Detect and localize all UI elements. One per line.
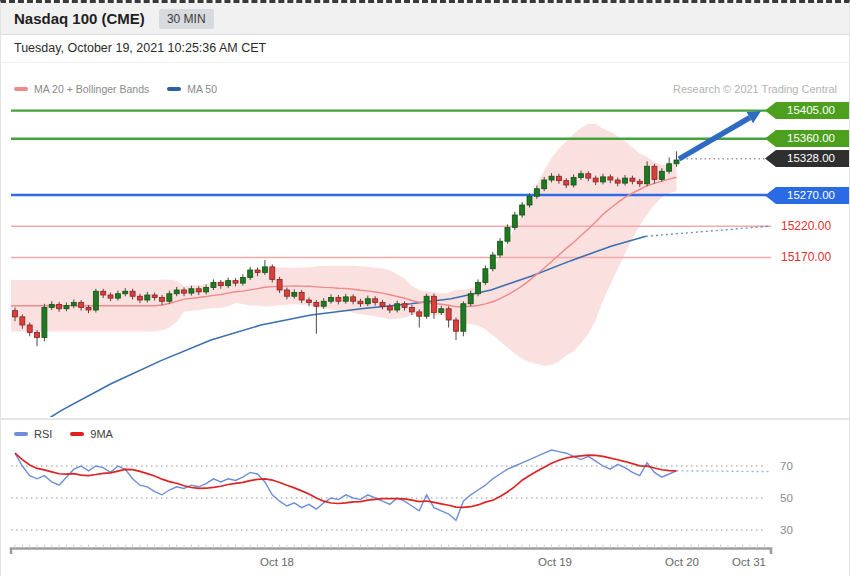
x-axis-date-label: Oct 31 <box>732 556 766 568</box>
ma20-swatch-icon <box>14 87 28 91</box>
x-axis-date-label: Oct 20 <box>665 556 699 568</box>
last-price-tag: 15328.00 <box>765 150 849 167</box>
pivot-level-label-15170: 15170.00 <box>781 250 849 265</box>
x-axis-date-label: Oct 19 <box>538 556 572 568</box>
rsi-scale-label-50: 50 <box>780 492 793 504</box>
rsi-swatch-icon <box>14 432 28 436</box>
resistance-level-tag-15405: 15405.00 <box>765 102 849 119</box>
x-axis-date-label: Oct 18 <box>260 556 294 568</box>
ma50-swatch-icon <box>167 87 181 91</box>
chart-window: Nasdaq 100 (CME) 30 MIN Tuesday, October… <box>0 0 850 576</box>
rsi-legend-label: RSI <box>34 428 52 440</box>
legend-ma50: MA 50 <box>167 83 217 95</box>
ma50-legend-label: MA 50 <box>187 83 217 95</box>
rsi-scale-label-70: 70 <box>780 460 793 472</box>
nine-ma-legend-label: 9MA <box>90 428 113 440</box>
main-chart-legend: MA 20 + Bollinger Bands MA 50 <box>14 83 217 95</box>
resistance-level-tag-15360: 15360.00 <box>765 130 849 147</box>
ma20-legend-label: MA 20 + Bollinger Bands <box>34 83 149 95</box>
nine-ma-swatch-icon <box>70 432 84 436</box>
rsi-scale-label-30: 30 <box>780 524 793 536</box>
rsi-legend: RSI 9MA <box>14 428 113 440</box>
legend-ma20-bollinger: MA 20 + Bollinger Bands <box>14 83 149 95</box>
support-level-tag-15270: 15270.00 <box>765 187 849 204</box>
legend-9ma-item: 9MA <box>70 428 113 440</box>
research-credit: Research © 2021 Trading Central <box>673 83 837 95</box>
pivot-level-label-15220: 15220.00 <box>781 219 849 234</box>
legend-rsi-item: RSI <box>14 428 52 440</box>
